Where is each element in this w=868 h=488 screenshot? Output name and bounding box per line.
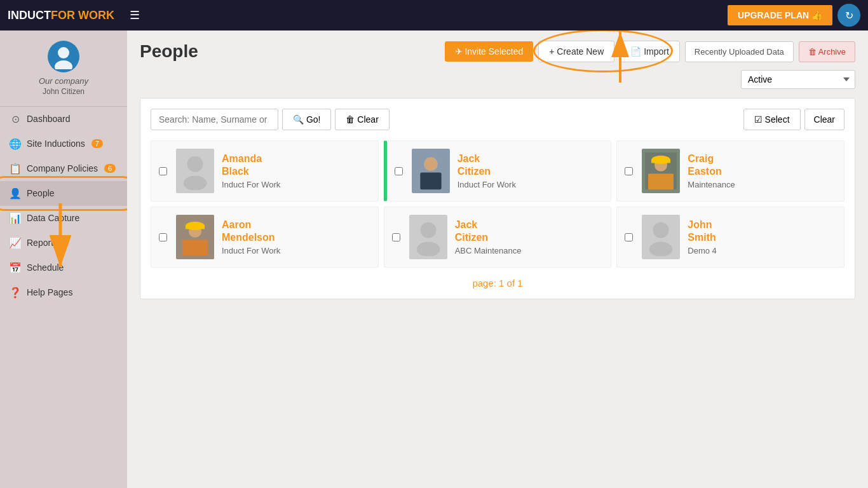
people-row-1: AmandaBlack Induct For Work (151, 140, 844, 201)
sidebar-item-schedule[interactable]: 📅 Schedule (0, 255, 127, 280)
topbar-right: UPGRADE PLAN 👍 ↻ (728, 4, 860, 27)
sidebar-item-reports[interactable]: 📈 Reports (0, 231, 127, 255)
data-capture-icon: 📊 (9, 212, 22, 224)
sidebar-item-label: Site Inductions (27, 139, 85, 149)
reports-icon: 📈 (9, 237, 22, 249)
sidebar-item-site-inductions[interactable]: 🌐 Site Inductions 7 (0, 132, 127, 156)
person-info-aaron: AaronMendelson Induct For Work (222, 219, 370, 255)
person-card-john-smith[interactable]: JohnSmith Demo 4 (616, 207, 844, 268)
person-photo-craig (642, 149, 680, 193)
logo-induct: INDUCT (8, 9, 51, 22)
page-title: People (140, 41, 198, 62)
logo-forwork: FOR WORK (51, 9, 114, 22)
create-new-button[interactable]: + Create New (538, 41, 614, 62)
clear-search-button[interactable]: 🗑 Clear (335, 109, 389, 130)
person-photo-amanda (176, 149, 214, 193)
page-header: People ✈ Invite Selected + Create New 📄 … (140, 41, 855, 62)
person-checkbox[interactable] (392, 233, 400, 241)
layout: Our company John Citizen ⊙ Dashboard 🌐 S… (0, 30, 868, 488)
help-icon: ❓ (9, 287, 22, 299)
avatar (48, 41, 79, 72)
active-filter-row: Active Inactive All (741, 70, 855, 89)
person-card-craig-easton[interactable]: CraigEaston Maintenance (616, 140, 844, 201)
pagination: page: 1 of 1 (151, 278, 844, 288)
svg-point-8 (425, 159, 436, 170)
search-bar: 🔍 Go! 🗑 Clear ☑ Select Clear (151, 109, 844, 130)
people-icon: 👤 (9, 187, 22, 200)
person-card-jack-citizen-1[interactable]: JackCitizen Induct For Work (384, 140, 612, 201)
person-company: Maintenance (688, 180, 836, 189)
upgrade-plan-button[interactable]: UPGRADE PLAN 👍 (728, 5, 832, 25)
sidebar-item-label: Help Pages (27, 287, 72, 297)
recently-uploaded-button[interactable]: Recently Uploaded Data (685, 41, 794, 62)
person-info-amanda: AmandaBlack Induct For Work (222, 152, 370, 189)
person-photo-jack-2 (409, 215, 447, 259)
person-checkbox[interactable] (159, 167, 167, 175)
sidebar-nav: ⊙ Dashboard 🌐 Site Inductions 7 📋 Compan… (0, 107, 127, 488)
archive-button[interactable]: 🗑 Archive (799, 41, 855, 62)
search-controls-right: ☑ Select Clear (743, 109, 844, 130)
refresh-button[interactable]: ↻ (837, 4, 860, 27)
sidebar-item-label: Dashboard (27, 114, 71, 124)
svg-point-0 (58, 47, 69, 58)
svg-point-19 (420, 222, 436, 238)
search-controls-left: 🔍 Go! 🗑 Clear (151, 109, 390, 130)
person-photo-aaron (176, 215, 214, 259)
topbar: INDUCTFOR WORK ☰ UPGRADE PLAN 👍 ↻ (0, 0, 868, 30)
person-card-aaron-mendelson[interactable]: AaronMendelson Induct For Work (151, 207, 379, 268)
svg-point-21 (653, 222, 669, 238)
search-input[interactable] (151, 109, 278, 130)
hamburger-icon[interactable]: ☰ (130, 8, 140, 22)
people-grid-container: 🔍 Go! 🗑 Clear ☑ Select Clear (140, 98, 855, 299)
sidebar: Our company John Citizen ⊙ Dashboard 🌐 S… (0, 30, 127, 488)
people-row-2: AaronMendelson Induct For Work JackCi (151, 207, 844, 268)
sidebar-item-help-pages[interactable]: ❓ Help Pages (0, 280, 127, 305)
schedule-icon: 📅 (9, 262, 22, 274)
sidebar-item-data-capture[interactable]: 📊 Data Capture (0, 206, 127, 231)
svg-rect-13 (651, 160, 670, 163)
sidebar-company: Our company (39, 76, 88, 87)
logo: INDUCTFOR WORK ☰ (8, 8, 140, 22)
svg-rect-18 (186, 226, 205, 229)
policies-icon: 📋 (9, 163, 22, 175)
person-company: Demo 4 (688, 246, 836, 255)
person-info-craig: CraigEaston Maintenance (688, 152, 836, 189)
sidebar-item-label: Schedule (27, 262, 64, 273)
person-card-jack-citizen-2[interactable]: JackCitizen ABC Maintenance (384, 207, 612, 268)
select-all-button[interactable]: ☑ Select (743, 109, 801, 130)
person-name: CraigEaston (688, 152, 836, 177)
person-name: JackCitizen (455, 219, 604, 243)
person-company: Induct For Work (222, 246, 370, 255)
person-name: AmandaBlack (222, 152, 370, 177)
person-name: AaronMendelson (222, 219, 370, 243)
dashboard-icon: ⊙ (9, 113, 22, 125)
sidebar-item-label: Reports (27, 238, 58, 248)
sidebar-username: John Citizen (43, 87, 85, 96)
sidebar-item-company-policies[interactable]: 📋 Company Policies 6 (0, 156, 127, 181)
sidebar-item-label: People (27, 188, 55, 198)
svg-point-3 (187, 156, 203, 172)
main-content: People ✈ Invite Selected + Create New 📄 … (127, 30, 868, 488)
clear-all-button[interactable]: Clear (804, 109, 844, 130)
go-button[interactable]: 🔍 Go! (282, 109, 331, 130)
person-checkbox[interactable] (625, 233, 633, 241)
import-button[interactable]: 📄 Import (620, 41, 680, 62)
person-info-jack-1: JackCitizen Induct For Work (458, 152, 604, 189)
active-filter-select[interactable]: Active Inactive All (741, 70, 855, 89)
person-checkbox[interactable] (159, 233, 167, 241)
logo-text: INDUCTFOR WORK (8, 9, 114, 22)
person-checkbox[interactable] (395, 167, 403, 175)
person-checkbox[interactable] (625, 167, 633, 175)
sidebar-item-label: Company Policies (27, 163, 98, 173)
person-photo-jack (412, 149, 450, 193)
person-info-jack-2: JackCitizen ABC Maintenance (455, 219, 604, 255)
svg-rect-16 (182, 240, 208, 255)
sidebar-item-dashboard[interactable]: ⊙ Dashboard (0, 107, 127, 132)
sidebar-item-people[interactable]: 👤 People (0, 181, 127, 206)
person-card-amanda-black[interactable]: AmandaBlack Induct For Work (151, 140, 379, 201)
invite-selected-button[interactable]: ✈ Invite Selected (445, 41, 534, 62)
person-name: JohnSmith (688, 219, 836, 243)
svg-point-20 (416, 242, 440, 257)
svg-point-22 (649, 242, 673, 257)
sidebar-item-label: Data Capture (27, 213, 79, 223)
